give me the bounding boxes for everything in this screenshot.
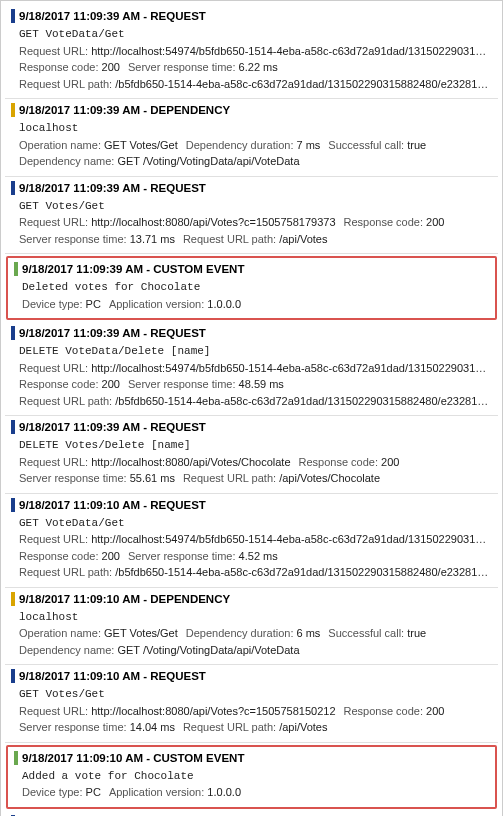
timestamp-type: 9/18/2017 11:09:10 AM - CUSTOM EVENT	[22, 752, 244, 764]
kv-pair: Response code200	[19, 61, 120, 73]
entry-detail-line: Deleted votes for Chocolate	[14, 278, 489, 296]
kv-value: 200	[426, 216, 444, 228]
type-color-bar	[14, 751, 18, 765]
type-color-bar	[11, 669, 15, 683]
kv-value: 13.71 ms	[130, 233, 175, 245]
kv-pair: Dependency duration6 ms	[186, 627, 321, 639]
entry-detail-line: Device typePCApplication version1.0.0.0	[14, 784, 489, 801]
type-color-bar	[11, 9, 15, 23]
entry-detail-line: Dependency nameGET /Voting/VotingData/ap…	[11, 153, 492, 170]
log-entry[interactable]: 9/18/2017 11:09:10 AM - REQUESTGET VoteD…	[5, 494, 498, 588]
kv-label: Response code	[19, 550, 102, 562]
log-entry[interactable]: 9/18/2017 11:09:39 AM - DEPENDENCYlocalh…	[5, 99, 498, 177]
operation-text: GET VoteData/Get	[19, 28, 125, 40]
entry-header: 9/18/2017 11:09:10 AM - REQUEST	[11, 498, 492, 512]
log-entry[interactable]: 9/18/2017 11:09:10 AM - CUSTOM EVENTAdde…	[6, 745, 497, 809]
entry-header: 9/18/2017 11:09:39 AM - REQUEST	[11, 9, 492, 23]
log-entry[interactable]: 9/18/2017 11:09:39 AM - REQUESTGET VoteD…	[5, 5, 498, 99]
kv-pair: Response code200	[19, 550, 120, 562]
kv-pair: Dependency nameGET /Voting/VotingData/ap…	[19, 644, 300, 656]
kv-pair: Request URL path/b5fdb650-1514-4eba-a58c…	[19, 566, 492, 578]
log-entry[interactable]: 9/18/2017 11:09:10 AM - DEPENDENCYlocalh…	[5, 588, 498, 666]
kv-pair: Device typePC	[22, 786, 101, 798]
entry-detail-line: Response code200Server response time6.22…	[11, 59, 492, 76]
entry-detail-line: Added a vote for Chocolate	[14, 767, 489, 785]
kv-value: 1.0.0.0	[207, 298, 241, 310]
operation-text: GET Votes/Get	[19, 688, 105, 700]
log-entry[interactable]: 9/18/2017 11:09:39 AM - REQUESTDELETE Vo…	[5, 322, 498, 416]
entry-detail-line: Request URLhttp://localhost:8080/api/Vot…	[11, 214, 492, 231]
telemetry-log: 9/18/2017 11:09:39 AM - REQUESTGET VoteD…	[5, 5, 498, 816]
kv-pair: Request URL path/b5fdb650-1514-4eba-a58c…	[19, 395, 492, 407]
entry-detail-line: DELETE VoteData/Delete [name]	[11, 342, 492, 360]
kv-label: Response code	[344, 705, 427, 717]
kv-value: GET Votes/Get	[104, 627, 178, 639]
operation-text: localhost	[19, 122, 78, 134]
timestamp-type: 9/18/2017 11:09:39 AM - REQUEST	[19, 421, 206, 433]
kv-value: 6 ms	[297, 627, 321, 639]
kv-value: /api/Votes	[279, 233, 327, 245]
kv-label: Request URL	[19, 45, 91, 57]
entry-detail-line: GET VoteData/Get	[11, 514, 492, 532]
log-entry[interactable]: 9/18/2017 11:09:39 AM - REQUESTDELETE Vo…	[5, 416, 498, 494]
operation-text: GET VoteData/Get	[19, 517, 125, 529]
kv-value: 55.61 ms	[130, 472, 175, 484]
kv-label: Successful call	[328, 627, 407, 639]
timestamp-type: 9/18/2017 11:09:39 AM - REQUEST	[19, 327, 206, 339]
entry-detail-line: Request URL path/b5fdb650-1514-4eba-a58c…	[11, 76, 492, 93]
entry-detail-line: GET Votes/Get	[11, 197, 492, 215]
kv-value: PC	[86, 298, 101, 310]
log-entry[interactable]: 9/18/2017 11:09:10 AM - REQUESTPUT VoteD…	[5, 811, 498, 817]
log-entry[interactable]: 9/18/2017 11:09:39 AM - REQUESTGET Votes…	[5, 177, 498, 255]
kv-pair: Dependency nameGET /Voting/VotingData/ap…	[19, 155, 300, 167]
kv-label: Application version	[109, 786, 207, 798]
kv-label: Server response time	[19, 472, 130, 484]
kv-label: Request URL path	[19, 395, 115, 407]
kv-label: Request URL path	[183, 721, 279, 733]
entry-header: 9/18/2017 11:09:39 AM - REQUEST	[11, 326, 492, 340]
entry-detail-line: GET Votes/Get	[11, 685, 492, 703]
timestamp-type: 9/18/2017 11:09:10 AM - DEPENDENCY	[19, 593, 230, 605]
kv-value: http://localhost:8080/api/Votes?c=150575…	[91, 216, 335, 228]
kv-label: Request URL	[19, 705, 91, 717]
kv-value: /api/Votes/Chocolate	[279, 472, 380, 484]
entry-header: 9/18/2017 11:09:10 AM - DEPENDENCY	[11, 592, 492, 606]
entry-detail-line: Device typePCApplication version1.0.0.0	[14, 296, 489, 313]
operation-text: GET Votes/Get	[19, 200, 105, 212]
type-color-bar	[11, 326, 15, 340]
kv-value: GET /Voting/VotingData/api/VoteData	[117, 644, 299, 656]
entry-header: 9/18/2017 11:09:10 AM - REQUEST	[11, 669, 492, 683]
entry-detail-line: Response code200Server response time4.52…	[11, 548, 492, 565]
kv-label: Operation name	[19, 627, 104, 639]
kv-label: Dependency duration	[186, 627, 297, 639]
log-entry[interactable]: 9/18/2017 11:09:10 AM - REQUESTGET Votes…	[5, 665, 498, 743]
kv-pair: Application version1.0.0.0	[109, 298, 241, 310]
operation-text: Deleted votes for Chocolate	[22, 281, 200, 293]
kv-value: http://localhost:8080/api/Votes?c=150575…	[91, 705, 335, 717]
type-color-bar	[11, 498, 15, 512]
kv-value: 200	[381, 456, 399, 468]
kv-pair: Server response time13.71 ms	[19, 233, 175, 245]
kv-label: Request URL path	[183, 472, 279, 484]
entry-header: 9/18/2017 11:09:39 AM - REQUEST	[11, 420, 492, 434]
entry-detail-line: localhost	[11, 119, 492, 137]
entry-detail-line: DELETE Votes/Delete [name]	[11, 436, 492, 454]
kv-value: http://localhost:8080/api/Votes/Chocolat…	[91, 456, 290, 468]
kv-value: http://localhost:54974/b5fdb650-1514-4eb…	[91, 45, 490, 57]
operation-text: DELETE Votes/Delete [name]	[19, 439, 191, 451]
kv-label: Request URL path	[19, 78, 115, 90]
kv-value: /b5fdb650-1514-4eba-a58c-c63d72a91dad/13…	[115, 78, 492, 90]
kv-pair: Request URLhttp://localhost:8080/api/Vot…	[19, 216, 336, 228]
kv-value: 200	[102, 61, 120, 73]
operation-text: DELETE VoteData/Delete [name]	[19, 345, 210, 357]
entry-header: 9/18/2017 11:09:39 AM - REQUEST	[11, 181, 492, 195]
log-entry[interactable]: 9/18/2017 11:09:39 AM - CUSTOM EVENTDele…	[6, 256, 497, 320]
kv-value: PC	[86, 786, 101, 798]
kv-label: Request URL	[19, 533, 91, 545]
entry-header: 9/18/2017 11:09:39 AM - CUSTOM EVENT	[14, 262, 489, 276]
kv-label: Request URL	[19, 456, 91, 468]
kv-label: Server response time	[19, 721, 130, 733]
type-color-bar	[14, 262, 18, 276]
type-color-bar	[11, 420, 15, 434]
kv-value: true	[407, 139, 426, 151]
